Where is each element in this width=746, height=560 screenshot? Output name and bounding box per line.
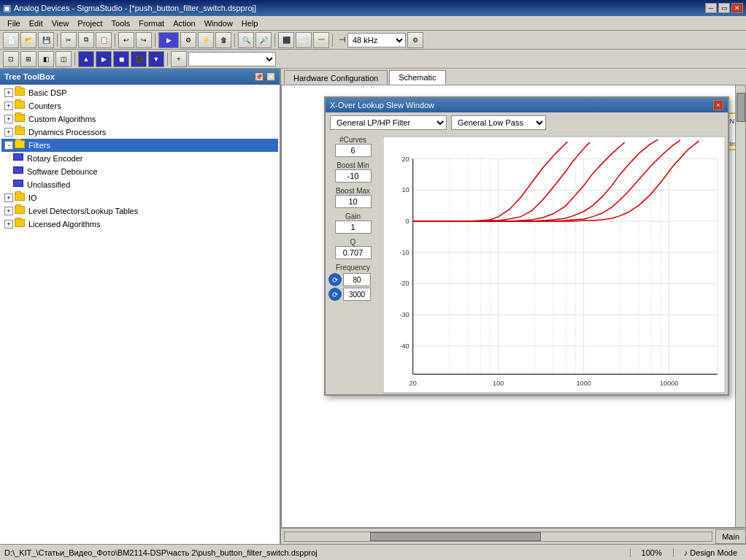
q-input[interactable] (335, 246, 372, 259)
save-button[interactable]: 💾 (38, 32, 54, 48)
boost-min-input[interactable] (335, 169, 372, 183)
close-button[interactable]: ✕ (731, 3, 743, 13)
tb2-btn3[interactable]: ◧ (38, 51, 54, 67)
tree-item-filters[interactable]: - Filters (1, 139, 278, 152)
copy-button[interactable]: ⧉ (78, 32, 94, 48)
tb2-btn4[interactable]: ◫ (55, 51, 72, 67)
status-mode: ♪ Design Mode (680, 548, 742, 557)
tb2-btn5[interactable]: ▲ (78, 51, 94, 67)
horizontal-scrollbar-thumb[interactable] (370, 532, 541, 541)
zoom-in-button[interactable]: 🔍 (238, 32, 254, 48)
menu-tools[interactable]: Tools (107, 18, 135, 29)
expand-licensed-algorithms[interactable]: + (4, 220, 13, 229)
filter-type-select[interactable]: General LP/HP Filter (330, 115, 447, 130)
panel-title: Tree ToolBox (4, 72, 55, 81)
expand-filters[interactable]: - (4, 141, 13, 150)
tab-schematic[interactable]: Schematic (389, 70, 445, 85)
connect-button[interactable]: ⬛ (278, 32, 294, 48)
popup-close-button[interactable]: × (713, 100, 723, 110)
minimize-button[interactable]: ─ (705, 3, 717, 13)
menu-view[interactable]: View (47, 18, 74, 29)
main-layout: Tree ToolBox 📌 ✕ + Basic DSP + Counters … (0, 69, 746, 544)
main-tab[interactable]: Main (715, 529, 746, 544)
freq2-btn[interactable]: ⟳ (328, 288, 342, 301)
tree-item-licensed-algorithms[interactable]: + Licensed Algorithms (1, 218, 278, 231)
expand-level-detectors[interactable]: + (4, 207, 13, 215)
toolbar2-sep1 (74, 53, 75, 66)
tree-item-counters[interactable]: + Counters (1, 99, 278, 112)
gain-input[interactable] (335, 220, 372, 234)
svg-text:-40: -40 (399, 342, 409, 350)
tb2-btn7[interactable]: ◼ (113, 51, 129, 67)
expand-counters[interactable]: + (4, 101, 13, 110)
compile-button[interactable]: ▶ (158, 32, 179, 48)
curves-input[interactable] (335, 144, 372, 157)
new-button[interactable]: 📄 (3, 32, 19, 48)
tb2-combo[interactable] (188, 52, 276, 66)
expand-io[interactable]: + (4, 193, 13, 202)
run-button[interactable]: ⚙ (180, 32, 196, 48)
pin-button[interactable]: 📌 (255, 72, 264, 81)
tb2-btn6[interactable]: ▶ (96, 51, 112, 67)
tb2-btn2[interactable]: ⊞ (20, 51, 36, 67)
expand-custom-algorithms[interactable]: + (4, 115, 13, 123)
settings-button[interactable]: ⚙ (407, 32, 423, 48)
freq2-input[interactable] (343, 288, 371, 301)
menu-action[interactable]: Action (169, 18, 200, 29)
tree-item-rotary-encoder[interactable]: Rotary Encoder (1, 152, 278, 165)
menu-bar: File Edit View Project Tools Format Acti… (0, 16, 746, 31)
redo-button[interactable]: ↪ (136, 32, 152, 48)
tree-item-io[interactable]: + IO (1, 191, 278, 204)
tb2-btn8[interactable]: ⬛ (131, 51, 147, 67)
tree-item-basic-dsp[interactable]: + Basic DSP (1, 86, 278, 99)
signal-button[interactable]: 〰 (313, 32, 329, 48)
boost-max-input[interactable] (335, 195, 372, 208)
tb2-btn1[interactable]: ⊡ (3, 51, 19, 67)
tb2-btn9[interactable]: ▼ (148, 51, 164, 67)
scrollbar-thumb[interactable] (737, 93, 745, 122)
vertical-scrollbar[interactable] (735, 85, 745, 527)
tree-item-unclassified[interactable]: Unclassified (1, 178, 278, 191)
restore-button[interactable]: ▭ (718, 3, 730, 13)
tree-toolbox-panel: Tree ToolBox 📌 ✕ + Basic DSP + Counters … (0, 69, 281, 544)
tree-label-io: IO (28, 193, 37, 202)
popup-title-text: X-Over Lookup Slew Window (330, 101, 434, 110)
tree-item-software-debounce[interactable]: Software Debounce (1, 165, 278, 178)
tree-item-level-detectors[interactable]: + Level Detectors/Lookup Tables (1, 204, 278, 218)
menu-format[interactable]: Format (134, 18, 169, 29)
erase-button[interactable]: 🗑 (215, 32, 231, 48)
tree-item-dynamics-processors[interactable]: + Dynamics Processors (1, 126, 278, 139)
tb2-btn10[interactable]: + (171, 51, 187, 67)
freq1-btn[interactable]: ⟳ (328, 273, 342, 286)
tab-hardware-configuration[interactable]: Hardware Configuration (284, 70, 388, 85)
horizontal-scrollbar[interactable] (284, 532, 712, 542)
link2-button[interactable]: ⬜ (296, 32, 312, 48)
menu-help[interactable]: Help (237, 18, 263, 29)
menu-window[interactable]: Window (200, 18, 237, 29)
tree-label-custom-algorithms: Custom Algorithms (28, 115, 96, 123)
tree-item-custom-algorithms[interactable]: + Custom Algorithms (1, 112, 278, 126)
q-label: Q (328, 238, 377, 246)
link-button[interactable]: ⚡ (198, 32, 214, 48)
sample-rate-select[interactable]: 48 kHz (347, 33, 406, 47)
expand-basic-dsp[interactable]: + (4, 88, 13, 97)
paste-button[interactable]: 📋 (96, 32, 112, 48)
toolbar2-sep2 (167, 53, 168, 66)
tree-label-counters: Counters (28, 101, 61, 110)
freq1-input[interactable] (343, 273, 371, 286)
tree-content: + Basic DSP + Counters + Custom Algorith… (0, 85, 280, 544)
menu-edit[interactable]: Edit (25, 18, 47, 29)
open-button[interactable]: 📂 (20, 32, 36, 48)
zoom-out-button[interactable]: 🔎 (255, 32, 272, 48)
boost-min-label: Boost Min (328, 161, 377, 169)
menu-file[interactable]: File (3, 18, 25, 29)
panel-close-button[interactable]: ✕ (266, 72, 275, 81)
schematic-area: X-Over Lookup Slew Window × General LP/H… (281, 85, 746, 528)
undo-button[interactable]: ↩ (118, 32, 134, 48)
gain-field: Gain (328, 212, 377, 234)
menu-project[interactable]: Project (73, 18, 107, 29)
expand-dynamics-processors[interactable]: + (4, 128, 13, 137)
filter-subtype-select[interactable]: General Low Pass (451, 115, 546, 130)
popup-left-panel: #Curves Boost Min Boost Max (326, 133, 380, 396)
cut-button[interactable]: ✂ (61, 32, 77, 48)
